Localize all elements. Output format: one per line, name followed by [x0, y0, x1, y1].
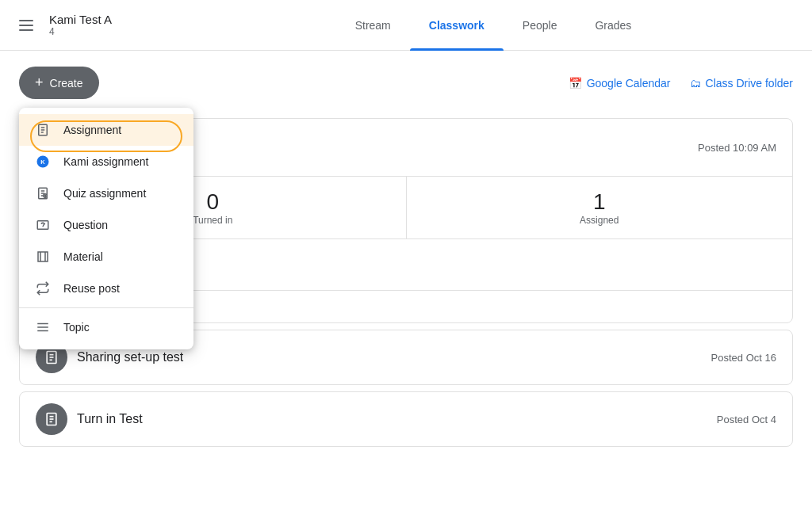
assignment-menu-icon — [35, 122, 51, 138]
sharing-test-posted: Posted Oct 16 — [711, 352, 776, 364]
google-calendar-link[interactable]: 📅 Google Calendar — [569, 77, 671, 90]
material-icon — [35, 249, 51, 265]
nav-people[interactable]: People — [504, 0, 576, 51]
dropdown-item-question[interactable]: Question — [19, 209, 193, 241]
assignment-card-turnin: Turn in Test Posted Oct 4 — [19, 391, 793, 447]
create-dropdown: Assignment K Kami assignment — [19, 108, 193, 349]
kami-icon: K — [35, 154, 51, 170]
header: Kami Test A 4 Stream Classwork People Gr… — [0, 0, 812, 51]
turnin-test-icon — [36, 403, 67, 435]
reuse-post-icon — [35, 280, 51, 296]
turned-in-label: Turned in — [193, 215, 232, 226]
dropdown-item-material[interactable]: Material — [19, 241, 193, 273]
folder-icon: 🗂 — [690, 77, 701, 90]
nav-stream[interactable]: Stream — [336, 0, 410, 51]
class-drive-label: Class Drive folder — [706, 77, 793, 90]
quiz-icon: ? — [35, 185, 51, 201]
assigned-label: Assigned — [580, 215, 619, 226]
topic-label: Topic — [63, 321, 90, 334]
assignment-posted-time: Posted 10:09 AM — [698, 142, 776, 154]
dropdown-item-kami-assignment[interactable]: K Kami assignment — [19, 146, 193, 177]
nav-grades[interactable]: Grades — [576, 0, 650, 51]
question-icon — [35, 217, 51, 233]
quiz-assignment-label: Quiz assignment — [63, 187, 146, 200]
svg-rect-12 — [37, 221, 48, 230]
app-identity: Kami Test A 4 — [49, 13, 112, 37]
google-calendar-label: Google Calendar — [587, 77, 671, 90]
header-nav: Stream Classwork People Grades — [187, 0, 799, 51]
dropdown-item-assignment[interactable]: Assignment — [19, 114, 193, 146]
calendar-icon: 📅 — [569, 77, 582, 90]
app-subtitle: 4 — [49, 26, 112, 37]
sharing-test-title: Sharing set-up test — [77, 350, 183, 364]
material-label: Material — [63, 250, 103, 263]
dropdown-divider — [19, 307, 193, 308]
reuse-post-label: Reuse post — [63, 282, 120, 295]
svg-text:K: K — [40, 158, 45, 166]
class-drive-folder-link[interactable]: 🗂 Class Drive folder — [690, 77, 793, 90]
header-left: Kami Test A 4 — [13, 13, 187, 37]
turned-in-count: 0 — [206, 189, 219, 215]
assigned-count: 1 — [593, 189, 606, 215]
hamburger-menu-icon[interactable] — [13, 13, 40, 37]
plus-icon: + — [35, 74, 44, 91]
dropdown-item-reuse-post[interactable]: Reuse post — [19, 273, 193, 304]
nav-classwork[interactable]: Classwork — [410, 0, 504, 51]
create-button-label: Create — [50, 77, 83, 90]
toolbar: + Create 📅 Google Calendar 🗂 Class Drive… — [0, 51, 812, 112]
topic-icon — [35, 319, 51, 335]
small-card-left-2: Turn in Test — [36, 403, 143, 435]
dropdown-item-topic[interactable]: Topic — [19, 311, 193, 343]
main-content: + Create 📅 Google Calendar 🗂 Class Drive… — [0, 51, 812, 453]
create-button[interactable]: + Create — [19, 67, 99, 99]
dropdown-item-quiz[interactable]: ? Quiz assignment — [19, 177, 193, 209]
app-title: Kami Test A — [49, 13, 112, 26]
dropdown-assignment-label: Assignment — [63, 124, 121, 136]
assigned-stat[interactable]: 1 Assigned — [407, 177, 793, 238]
toolbar-right: 📅 Google Calendar 🗂 Class Drive folder — [569, 77, 793, 90]
kami-assignment-label: Kami assignment — [63, 155, 148, 168]
turnin-test-posted: Posted Oct 4 — [717, 414, 776, 425]
turnin-test-title: Turn in Test — [77, 412, 143, 426]
dropdown-assignment-wrapper: Assignment — [19, 114, 193, 146]
question-label: Question — [63, 219, 108, 231]
